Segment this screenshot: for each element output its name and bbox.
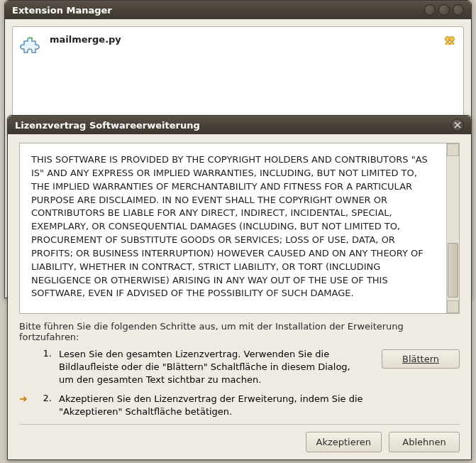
extension-manager-titlebar[interactable]: Extension Manager	[5, 1, 471, 19]
license-dialog-title: Lizenzvertrag Softwareerweiterung	[15, 120, 200, 131]
step-1: 1. Lesen Sie den gesamten Lizenzvertrag.…	[19, 348, 382, 387]
extension-manager-title: Extension Manager	[12, 5, 112, 16]
decline-button[interactable]: Ablehnen	[389, 432, 460, 452]
steps-row: 1. Lesen Sie den gesamten Lizenzvertrag.…	[19, 348, 460, 424]
scroll-track[interactable]	[447, 156, 459, 300]
maximize-icon[interactable]	[438, 4, 450, 16]
step-2: ➜ 2. Akzeptieren Sie den Lizenzvertrag d…	[19, 393, 382, 418]
instruction-text: Bitte führen Sie die folgenden Schritte …	[19, 321, 460, 342]
minimize-icon[interactable]	[424, 4, 436, 16]
extension-puzzle-icon	[20, 34, 43, 57]
license-scrollbar[interactable]	[446, 143, 459, 313]
scroll-button-label: Blättern	[402, 354, 439, 364]
scroll-up-icon[interactable]	[447, 143, 459, 156]
step-number: 2.	[38, 393, 52, 403]
license-text[interactable]: THIS SOFTWARE IS PROVIDED BY THE COPYRIG…	[20, 143, 446, 313]
scroll-button-column: Blättern	[382, 348, 460, 369]
scroll-down-button[interactable]: Blättern	[382, 349, 460, 369]
current-step-arrow-icon: ➜	[19, 393, 31, 404]
close-icon[interactable]	[453, 4, 464, 16]
extension-name: mailmerge.py	[50, 34, 121, 45]
window-controls	[424, 4, 464, 16]
license-dialog-titlebar[interactable]: Lizenzvertrag Softwareerweiterung	[8, 116, 471, 134]
dialog-footer: Akzeptieren Ablehnen	[19, 424, 460, 452]
scroll-down-icon[interactable]	[447, 300, 459, 313]
step-text: Akzeptieren Sie den Lizenzvertrag der Er…	[59, 393, 364, 418]
accept-button[interactable]: Akzeptieren	[306, 432, 382, 452]
steps-list: 1. Lesen Sie den gesamten Lizenzvertrag.…	[19, 348, 382, 424]
extension-item[interactable]: mailmerge.py	[17, 31, 459, 60]
step-text: Lesen Sie den gesamten Lizenzvertrag. Ve…	[59, 348, 364, 387]
extension-manager-body: mailmerge.py	[5, 19, 471, 126]
license-text-area: THIS SOFTWARE IS PROVIDED BY THE COPYRIG…	[19, 143, 460, 314]
extension-list[interactable]: mailmerge.py	[12, 26, 464, 119]
scroll-thumb[interactable]	[448, 243, 458, 298]
svg-point-1	[450, 37, 455, 42]
shared-lock-icon	[443, 34, 456, 47]
close-icon[interactable]	[451, 119, 464, 131]
step-number: 1.	[38, 348, 52, 359]
license-dialog-body: THIS SOFTWARE IS PROVIDED BY THE COPYRIG…	[8, 134, 471, 459]
license-dialog-window: Lizenzvertrag Softwareerweiterung THIS S…	[7, 115, 472, 460]
